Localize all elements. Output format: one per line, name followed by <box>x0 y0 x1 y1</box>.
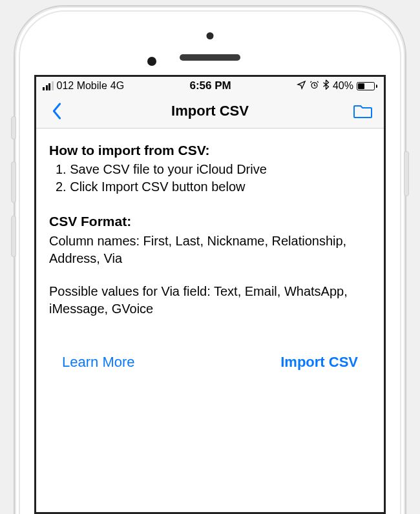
bluetooth-icon <box>322 79 330 92</box>
status-bar: 012 Mobile 4G 6:56 PM <box>36 77 384 94</box>
mute-switch <box>11 116 16 139</box>
learn-more-button[interactable]: Learn More <box>62 354 135 371</box>
navigation-bar: Import CSV <box>36 94 384 128</box>
network-label: 4G <box>110 80 124 92</box>
carrier-label: 012 Mobile <box>57 80 107 92</box>
folder-button[interactable] <box>353 103 373 119</box>
volume-down-button <box>11 216 16 257</box>
battery-icon <box>357 82 377 90</box>
back-button[interactable] <box>51 102 63 120</box>
howto-steps: 1. Save CSV file to your iCloud Drive 2.… <box>49 161 371 196</box>
earpiece-speaker <box>180 54 240 61</box>
camera-dot <box>207 32 214 39</box>
content-area: How to import from CSV: 1. Save CSV file… <box>36 128 384 318</box>
format-heading: CSV Format: <box>49 212 371 231</box>
screen: 012 Mobile 4G 6:56 PM <box>34 75 386 514</box>
location-arrow-icon <box>297 80 306 92</box>
howto-step: 1. Save CSV file to your iCloud Drive <box>56 161 371 178</box>
battery-percent: 40% <box>333 80 353 92</box>
phone-frame: 012 Mobile 4G 6:56 PM <box>14 5 406 514</box>
howto-step: 2. Click Import CSV button below <box>56 178 371 196</box>
format-columns: Column names: First, Last, Nickname, Rel… <box>49 232 371 267</box>
folder-icon <box>353 103 373 119</box>
alarm-icon <box>310 80 319 92</box>
format-via: Possible values for Via field: Text, Ema… <box>49 283 371 318</box>
clock-time: 6:56 PM <box>189 79 231 92</box>
action-row: Learn More Import CSV <box>36 318 384 371</box>
howto-heading: How to import from CSV: <box>49 141 371 159</box>
import-csv-button[interactable]: Import CSV <box>280 354 358 371</box>
chevron-left-icon <box>51 102 63 120</box>
page-title: Import CSV <box>171 103 249 119</box>
volume-up-button <box>11 161 16 203</box>
power-button <box>404 151 409 196</box>
proximity-sensor <box>147 57 156 66</box>
cellular-signal-icon <box>43 81 54 90</box>
